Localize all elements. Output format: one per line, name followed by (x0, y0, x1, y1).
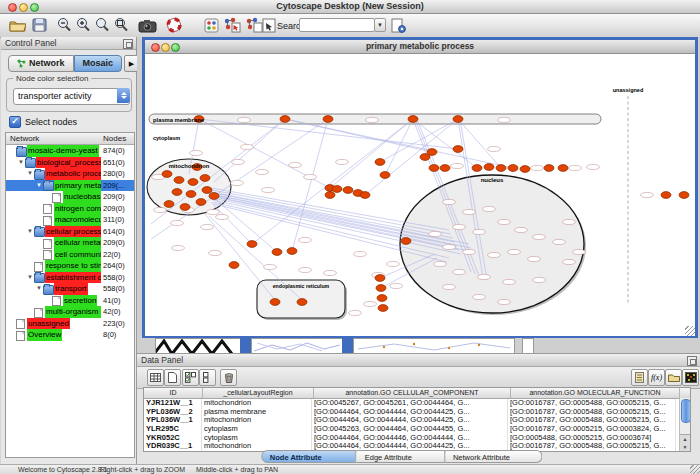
table-row[interactable]: YKR052Ccytoplasm[GO:0044464, GO:0044446,… (144, 434, 690, 443)
gene-node[interactable] (429, 231, 442, 236)
selected-gene-node[interactable] (188, 179, 198, 186)
gene-node[interactable] (533, 277, 546, 282)
selected-gene-node[interactable] (325, 192, 335, 199)
gene-node[interactable] (238, 117, 251, 122)
table-cell[interactable]: [GO:0044464, GO:0044444, GO:0044425, G..… (312, 408, 508, 417)
select-attributes-icon[interactable] (182, 369, 199, 386)
background-window-edge[interactable] (240, 338, 251, 353)
table-cell[interactable]: mitochondrion (202, 399, 312, 408)
network-window-titlebar[interactable]: primary metabolic process (145, 40, 695, 54)
attribute-table-icon[interactable] (147, 369, 164, 386)
gene-node[interactable] (553, 239, 566, 244)
selected-gene-node[interactable] (496, 165, 506, 172)
table-cell[interactable]: YLR295C (144, 425, 202, 434)
selected-gene-node[interactable] (380, 172, 390, 179)
selected-gene-node[interactable] (408, 116, 418, 123)
gene-node[interactable] (478, 274, 491, 279)
gene-node[interactable] (453, 224, 466, 229)
tree-node-label[interactable]: secretion (63, 295, 97, 307)
table-scrollbar[interactable]: ▲▼ (679, 398, 690, 451)
selected-gene-node[interactable] (247, 241, 257, 248)
tree-node-label[interactable]: primary metabolic process (54, 180, 101, 192)
snapshot-icon[interactable] (138, 16, 157, 34)
table-cell[interactable]: [GO:0016787, GO:0005488, GO:0005215, G..… (508, 399, 676, 408)
gene-node[interactable] (154, 207, 167, 212)
gene-node[interactable] (232, 159, 245, 164)
selected-gene-node[interactable] (297, 299, 307, 306)
tree-node-label[interactable]: Overview (27, 329, 62, 341)
tree-node-label[interactable]: establishment of lo (45, 272, 101, 284)
selected-gene-node[interactable] (375, 159, 385, 166)
save-icon[interactable] (30, 16, 49, 34)
gene-node[interactable] (366, 117, 379, 122)
tree-row[interactable]: nitrogen compo209(0) (6, 203, 134, 215)
tree-col-nodes[interactable]: Nodes (103, 134, 126, 143)
search-input[interactable] (299, 18, 375, 32)
window-resize-grip[interactable] (685, 326, 695, 336)
selected-gene-node[interactable] (287, 248, 297, 255)
table-row[interactable]: YLR295Ccytoplasm[GO:0045263, GO:0044464,… (144, 425, 690, 434)
column-header[interactable]: ID (144, 388, 203, 398)
tree-row[interactable]: secretion41(0) (6, 295, 134, 307)
select-nodes-checkbox[interactable]: ✓ (9, 116, 21, 128)
gene-node[interactable] (443, 199, 456, 204)
import-attributes-icon[interactable] (665, 369, 682, 386)
gene-node[interactable] (434, 261, 447, 266)
tree-row[interactable]: Overview8(0) (6, 329, 134, 341)
attribute-table-header[interactable]: ID_cellularLayoutRegionannotation.GO CEL… (144, 388, 690, 399)
table-cell[interactable]: [GO:0016787, GO:0005488, GO:0005215, G..… (508, 416, 676, 425)
selected-gene-node[interactable] (196, 199, 206, 206)
selected-gene-node[interactable] (544, 165, 554, 172)
selected-gene-node[interactable] (229, 262, 239, 269)
gene-node[interactable] (453, 269, 466, 274)
attribute-matrix-icon[interactable] (682, 369, 699, 386)
table-cell[interactable]: [GO:0045263, GO:0044464, GO:0044455, G..… (312, 425, 508, 434)
scrollbar-thumb[interactable] (681, 399, 691, 423)
table-cell[interactable]: YPL036W__1 (144, 416, 202, 425)
selected-gene-node[interactable] (202, 187, 212, 194)
attribute-list-icon[interactable] (631, 369, 648, 386)
selected-gene-node[interactable] (440, 165, 450, 172)
selected-gene-node[interactable] (429, 165, 439, 172)
column-header[interactable]: annotation.GO MOLECULAR_FUNCTION (511, 388, 680, 398)
tree-row[interactable]: ▼biological_process651(0) (6, 157, 134, 169)
tab-node-attribute-browser[interactable]: Node Attribute Browser (261, 450, 357, 463)
tree-row[interactable]: multi-organism pro42(0) (6, 306, 134, 318)
gene-node[interactable] (241, 144, 254, 149)
selected-gene-node[interactable] (376, 285, 386, 292)
selected-gene-node[interactable] (280, 116, 290, 123)
tree-node-label[interactable]: response to stimulu (45, 260, 101, 272)
selected-gene-node[interactable] (270, 299, 280, 306)
tree-node-label[interactable]: biological_process (36, 157, 101, 169)
gene-node[interactable] (299, 267, 312, 272)
table-cell[interactable]: YPL036W__2 (144, 408, 202, 417)
selected-gene-node[interactable] (375, 275, 385, 282)
gene-node[interactable] (463, 249, 476, 254)
gene-node[interactable] (324, 270, 337, 275)
gene-node[interactable] (563, 259, 576, 264)
table-cell[interactable]: YJR121W__1 (144, 399, 202, 408)
zoom-in-icon[interactable] (73, 16, 92, 34)
tree-node-label[interactable]: cellular process (45, 226, 101, 238)
network-canvas[interactable]: plasma membranecytoplasmmitochondrionnuc… (145, 54, 695, 336)
gene-node[interactable] (498, 219, 511, 224)
tree-expander-icon[interactable]: ▼ (27, 272, 33, 284)
gene-node[interactable] (336, 159, 349, 164)
tree-node-label[interactable]: multi-organism pro (45, 306, 101, 318)
gene-node[interactable] (573, 249, 586, 254)
gene-node[interactable] (387, 261, 400, 266)
gene-node[interactable] (349, 310, 362, 315)
gene-node[interactable] (473, 294, 486, 299)
zoom-selected-icon[interactable] (111, 16, 130, 34)
tree-node-label[interactable]: unassigned (27, 318, 70, 330)
gene-node[interactable] (488, 146, 501, 151)
gene-node[interactable] (451, 163, 464, 168)
selected-gene-node[interactable] (520, 166, 530, 173)
selected-gene-node[interactable] (164, 201, 174, 208)
tree-expander-icon[interactable]: ▼ (36, 180, 42, 192)
gene-node[interactable] (262, 187, 275, 192)
tree-row[interactable]: ▼establishment of lo558(0) (6, 272, 134, 284)
selected-gene-node[interactable] (401, 238, 411, 245)
delete-attribute-icon[interactable] (220, 369, 237, 386)
tree-row[interactable]: ▼primary metabolic process209(... (6, 180, 134, 192)
